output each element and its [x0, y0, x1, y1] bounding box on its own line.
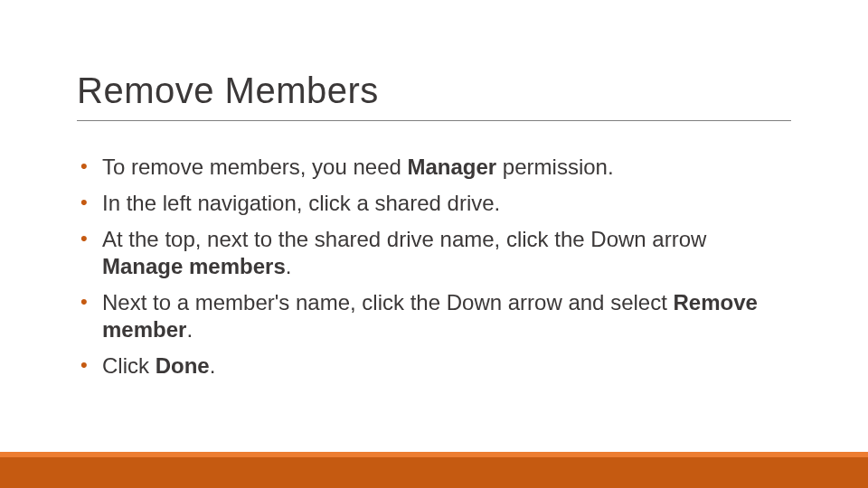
bullet-item: Click Done. — [77, 352, 791, 380]
slide: Remove Members To remove members, you ne… — [0, 0, 868, 488]
bullet-item: At the top, next to the shared drive nam… — [77, 226, 791, 280]
bullet-list: To remove members, you need Manager perm… — [77, 154, 791, 380]
slide-title: Remove Members — [77, 70, 791, 111]
footer-bar — [0, 457, 868, 488]
title-underline — [77, 120, 791, 121]
title-block: Remove Members — [77, 70, 791, 121]
bullet-item: Next to a member's name, click the Down … — [77, 289, 791, 343]
content-area: To remove members, you need Manager perm… — [77, 154, 791, 389]
bullet-item: In the left navigation, click a shared d… — [77, 190, 791, 217]
bullet-item: To remove members, you need Manager perm… — [77, 154, 791, 181]
